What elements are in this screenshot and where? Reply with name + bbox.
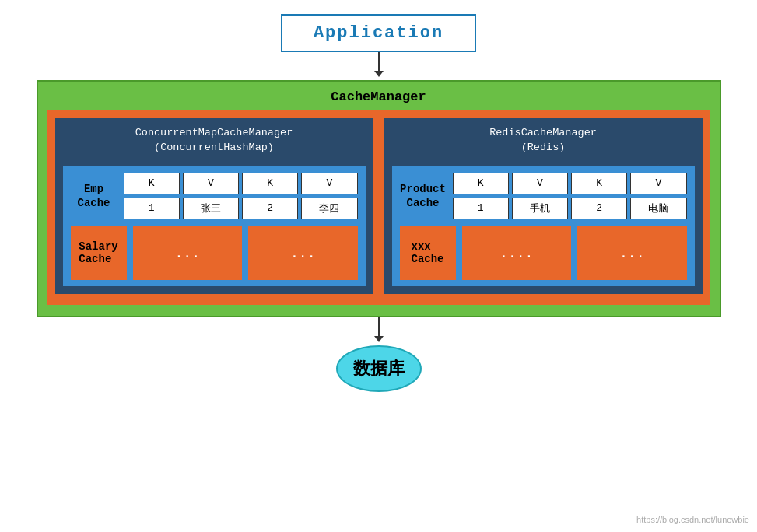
diagram-container: Application CacheManager ConcurrentMapCa… <box>0 0 757 532</box>
product-kv-d1: 手机 <box>512 198 568 219</box>
product-kv-d2: 2 <box>571 198 627 219</box>
concurrent-map-inner: EmpCache K V K V 1 张三 2 <box>63 166 366 286</box>
product-kv-headers: K V K V <box>453 173 687 194</box>
redis-cache-inner: ProductCache K V K V 1 手机 2 <box>392 166 695 286</box>
product-kv-h3: V <box>630 173 686 194</box>
cache-manager-title: CacheManager <box>47 89 710 104</box>
emp-cache-label: EmpCache <box>71 182 117 210</box>
application-label: Application <box>314 23 443 43</box>
watermark: https://blog.csdn.net/lunewbie <box>636 515 749 524</box>
xxx-cache-label: xxxCache <box>400 226 456 280</box>
database-label: 数据库 <box>353 357 405 380</box>
product-kv-data: 1 手机 2 电脑 <box>453 198 687 219</box>
application-box: Application <box>281 14 476 52</box>
xxx-dots-1: .... <box>462 226 572 280</box>
product-cache-label: ProductCache <box>400 182 447 210</box>
salary-dots-2: ... <box>248 226 358 280</box>
product-kv-h0: K <box>453 173 509 194</box>
emp-kv-h3: V <box>301 173 357 194</box>
redis-cache-panel: RedisCacheManager (Redis) ProductCache K… <box>384 118 703 294</box>
inner-orange-area: ConcurrentMapCacheManager (ConcurrentHas… <box>47 110 710 305</box>
emp-kv-d3: 李四 <box>301 198 357 219</box>
product-kv-d3: 电脑 <box>630 198 686 219</box>
emp-kv-h2: K <box>242 173 298 194</box>
emp-kv-h1: V <box>183 173 239 194</box>
concurrent-map-title: ConcurrentMapCacheManager (ConcurrentHas… <box>63 126 366 156</box>
redis-cache-title: RedisCacheManager (Redis) <box>392 126 695 156</box>
database-box: 数据库 <box>336 345 422 392</box>
xxx-cache-row: xxxCache .... ... <box>400 226 687 280</box>
emp-kv-d2: 2 <box>242 198 298 219</box>
salary-cache-row: SalaryCache ... ... <box>71 226 358 280</box>
product-kv-d0: 1 <box>453 198 509 219</box>
product-cache-row: ProductCache K V K V 1 手机 2 <box>400 173 687 219</box>
emp-kv-d0: 1 <box>124 198 180 219</box>
arrow-cache-to-db <box>374 317 384 345</box>
xxx-dots-2: ... <box>577 226 687 280</box>
concurrent-map-panel: ConcurrentMapCacheManager (ConcurrentHas… <box>55 118 373 294</box>
emp-kv-h0: K <box>124 173 180 194</box>
product-kv-h2: K <box>571 173 627 194</box>
arrow-app-to-cache <box>374 52 384 80</box>
product-kv-h1: V <box>512 173 568 194</box>
emp-kv-data: 1 张三 2 李四 <box>124 198 358 219</box>
cache-manager-outer: CacheManager ConcurrentMapCacheManager (… <box>37 80 721 317</box>
emp-kv-d1: 张三 <box>183 198 239 219</box>
salary-dots-1: ... <box>133 226 243 280</box>
emp-cache-row: EmpCache K V K V 1 张三 2 <box>71 173 358 219</box>
salary-cache-label: SalaryCache <box>71 226 127 280</box>
emp-kv-headers: K V K V <box>124 173 358 194</box>
